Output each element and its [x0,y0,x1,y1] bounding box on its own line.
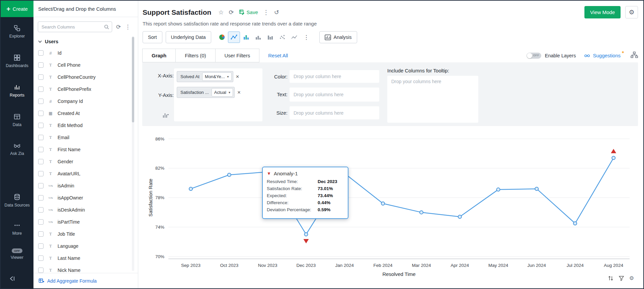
column-row[interactable]: T Gender [38,156,138,168]
satisfaction-line-chart[interactable]: 70%74%78%82%86%Sep 2023Oct 2023Nov 2023D… [148,135,639,280]
column-row[interactable]: T Language [38,240,138,252]
enable-layers-toggle[interactable]: OFF [527,53,541,59]
column-row[interactable]: Y/N isPartTime [38,216,138,228]
column-checkbox[interactable] [38,207,44,213]
column-checkbox[interactable] [38,243,44,249]
column-row[interactable]: T Email [38,131,138,143]
axis-style-button[interactable] [162,111,170,121]
chart-canvas[interactable]: 70%74%78%82%86%Sep 2023Oct 2023Nov 2023D… [148,135,638,280]
sidebar-item-data-sources[interactable]: Data Sources [2,193,32,208]
x-axis-column-chip[interactable]: Solved At Mon&Ye... ▾ [177,71,233,82]
table-section-users[interactable]: Users [33,35,138,47]
column-checkbox[interactable] [38,111,44,116]
y-axis-column-chip[interactable]: Satisfaction ... Actual ▾ [177,87,235,98]
add-aggregate-formula-button[interactable]: Add Aggregate Formula [33,273,138,288]
x-axis-period-dropdown[interactable]: Mon&Ye... ▾ [202,72,232,81]
column-row[interactable]: ▦ Created At [38,107,138,119]
refresh-columns-icon[interactable]: ⟳ [116,24,121,30]
column-row[interactable]: T Edit Method [38,119,138,131]
view-mode-button[interactable]: View Mode [584,6,621,18]
column-row[interactable]: T Cell Phone [38,59,138,71]
tooltip-columns-drop-zone[interactable]: Drop your columns here [387,76,478,123]
column-checkbox[interactable] [38,219,44,225]
viewer-off-toggle[interactable]: OFF [12,248,22,253]
sidebar-item-viewer[interactable]: OFF Viewer [2,248,32,260]
column-checkbox[interactable] [38,123,44,128]
column-checkbox[interactable] [38,74,44,80]
tab-filters[interactable]: Filters (0) [175,49,215,62]
remove-y-axis-icon[interactable]: × [237,90,241,95]
column-checkbox[interactable] [38,86,44,92]
tab-user-filters[interactable]: User Filters [215,49,260,62]
save-button[interactable]: Save [239,9,258,15]
column-row[interactable]: T AvatarURL [38,168,138,180]
create-button[interactable]: + Create [1,1,33,17]
tab-graph[interactable]: Graph [142,49,176,62]
filter-funnel-icon[interactable] [619,276,624,281]
axes-drop-zone[interactable]: Solved At Mon&Ye... ▾ × Satisfaction ...… [174,68,262,121]
column-row[interactable]: T Nick Name [38,264,138,273]
sidebar-item-explorer[interactable]: Explorer [2,24,32,39]
sidebar-item-data[interactable]: Data [2,113,32,127]
chevron-down-icon [38,40,42,43]
column-checkbox[interactable] [38,231,44,237]
settings-gear-button[interactable]: ⚙ [625,6,638,18]
sort-button[interactable]: Sort [143,31,162,43]
columns-scrollbar-thumb[interactable] [132,37,134,122]
more-chart-types-kebab-icon[interactable]: ⋮ [300,34,313,41]
color-drop-zone[interactable]: Drop your column here [290,70,379,83]
sidebar-item-dashboards[interactable]: Dashboards [2,54,32,68]
column-row[interactable]: T Job Title [38,228,138,240]
column-checkbox[interactable] [38,195,44,200]
y-axis-aggregate-dropdown[interactable]: Actual ▾ [212,88,233,97]
scatter-chart-type-button[interactable] [276,32,288,43]
bar-chart-type-button[interactable] [240,32,252,43]
column-row[interactable]: T CellPhonePrefix [38,83,138,95]
column-row[interactable]: T CellPhoneCountry [38,71,138,83]
line-chart-type-button[interactable] [228,32,240,43]
underlying-data-button[interactable]: Underlying Data [166,31,211,43]
pie-chart-type-button[interactable] [216,32,228,43]
column-row[interactable]: T First Name [38,143,138,156]
hierarchy-view-button[interactable] [631,52,638,60]
analysis-button[interactable]: Analysis [319,31,357,43]
column-row[interactable]: # Id [38,47,138,59]
column-checkbox[interactable] [38,147,44,152]
reset-all-link[interactable]: Reset All [268,53,288,58]
sidebar-item-more[interactable]: More [2,222,32,236]
sort-order-icon[interactable] [608,276,614,281]
columns-menu-kebab-icon[interactable]: ⋮ [125,24,131,30]
column-checkbox[interactable] [38,135,44,140]
column-row[interactable]: Y/N isAdmin [38,180,138,192]
column-checkbox[interactable] [38,171,44,176]
columns-scrollbar[interactable] [132,36,134,271]
column-checkbox[interactable] [38,268,44,273]
sidebar-item-ask-zia[interactable]: Ask Zia [2,142,32,156]
combo-chart-type-button[interactable] [288,32,300,43]
column-checkbox[interactable] [38,99,44,104]
collapse-sidebar-button[interactable] [8,276,15,283]
column-checkbox[interactable] [38,255,44,261]
text-drop-zone[interactable]: Drop your columns here [290,88,379,102]
remove-x-axis-icon[interactable]: × [236,74,239,79]
suggestions-button[interactable]: Suggestions ✦ [584,53,621,58]
column-row[interactable]: T Last Name [38,252,138,264]
column-checkbox[interactable] [38,183,44,188]
chart-settings-gear-icon[interactable]: ⚙ [629,276,634,281]
column-checkbox[interactable] [38,62,44,68]
column-chart-type-button[interactable] [252,32,264,43]
search-columns-input[interactable] [42,24,104,30]
favorite-star-icon[interactable]: ☆ [218,9,224,15]
column-checkbox[interactable] [38,159,44,164]
report-kebab-icon[interactable]: ⋮ [263,9,269,15]
column-row[interactable]: Y/N isAppOwner [38,192,138,204]
stacked-chart-type-button[interactable] [264,32,276,43]
column-row[interactable]: Y/N isDeskAdmin [38,204,138,216]
undo-icon[interactable]: ↺ [274,9,279,15]
search-columns-box[interactable] [38,21,112,32]
size-drop-zone[interactable]: Drop your columns here [290,106,379,119]
refresh-report-icon[interactable]: ⟳ [229,9,234,15]
sidebar-item-reports[interactable]: Reports [2,83,32,98]
column-checkbox[interactable] [38,50,44,56]
column-row[interactable]: # Company Id [38,95,138,107]
